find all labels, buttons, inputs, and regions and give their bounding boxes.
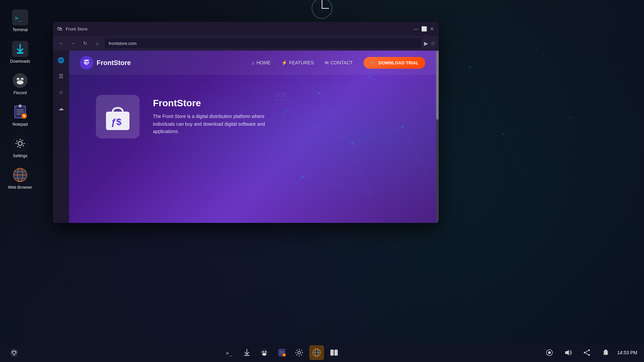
svg-point-85 — [297, 350, 298, 351]
website-brand-name: FrontStore — [97, 59, 131, 67]
window-controls: — ⬜ ✕ — [413, 26, 435, 32]
website-logo: FrontStore — [80, 56, 131, 69]
svg-point-81 — [299, 349, 300, 350]
svg-point-59 — [301, 175, 304, 178]
home-nav-icon: ⌂ — [252, 60, 254, 65]
svg-rect-93 — [330, 350, 334, 356]
sidebar-favorites-icon[interactable]: ☆ — [56, 87, 66, 98]
svg-point-98 — [588, 350, 590, 351]
sidebar-toggle-button[interactable]: ▶ — [424, 40, 428, 47]
browser-sidebar: 🌐 ☰ ☆ ☁ — [53, 51, 69, 223]
browser-titlebar: 🛍 Front Store — ⬜ ✕ — [53, 22, 439, 36]
taskbar-left — [7, 345, 21, 360]
svg-rect-94 — [334, 350, 338, 356]
sidebar-menu-icon[interactable]: ☰ — [56, 71, 66, 81]
taskbar-record-icon[interactable] — [542, 345, 557, 360]
contact-nav-label: CONTACT — [331, 60, 353, 65]
sidebar-globe-icon[interactable]: 🌐 — [56, 55, 66, 65]
taskbar-terminal-button[interactable]: >_ — [222, 345, 237, 360]
taskbar-webbrowser-button[interactable] — [309, 345, 324, 360]
svg-text:✎: ✎ — [283, 354, 285, 356]
svg-point-80 — [298, 351, 301, 354]
svg-line-1 — [470, 50, 537, 67]
close-button[interactable]: ✕ — [429, 26, 435, 32]
sidebar-cloud-icon[interactable]: ☁ — [56, 103, 66, 114]
svg-point-13 — [570, 117, 571, 118]
taskbar-podcast-icon[interactable] — [7, 345, 21, 360]
fiscord-icon — [12, 72, 28, 88]
nav-features-link[interactable]: ⚡ FEATURES — [281, 60, 314, 65]
website-hero: ƒ$ FrontStore The Front Store is a digit… — [69, 75, 436, 159]
hero-title: FrontStore — [153, 98, 287, 109]
address-bar[interactable] — [105, 38, 421, 48]
settings-icon — [12, 135, 28, 152]
svg-rect-67 — [244, 355, 250, 356]
taskbar-time: 14:53 PM — [617, 350, 637, 355]
browser-content-area: 🌐 ☰ ☆ ☁ — [53, 51, 439, 223]
svg-point-83 — [296, 352, 297, 353]
taskbar-volume-icon[interactable] — [561, 345, 576, 360]
desktop-icon-fiscord[interactable]: Fiscord — [5, 70, 35, 98]
svg-point-96 — [548, 351, 551, 354]
nav-home-link[interactable]: ⌂ HOME — [252, 60, 270, 65]
svg-point-11 — [536, 50, 537, 51]
download-trial-label: DOWNLOAD TRIAL — [378, 60, 419, 65]
website-content: FrontStore ⌂ HOME ⚡ FEATURES ✉ — [69, 51, 436, 223]
svg-marker-97 — [565, 350, 569, 355]
terminal-icon: >_ — [12, 9, 28, 25]
browser-navbar: ← → ↻ ⌂ ▶ ☆ — [53, 36, 439, 51]
taskbar-settings-button[interactable] — [292, 345, 307, 360]
svg-point-84 — [302, 352, 303, 353]
taskbar-fiscord-button[interactable] — [257, 345, 272, 360]
svg-line-4 — [503, 117, 570, 134]
downloads-icon — [12, 41, 28, 57]
settings-label: Settings — [13, 154, 27, 158]
svg-rect-29 — [19, 105, 21, 107]
taskbar-share-icon[interactable] — [580, 345, 594, 360]
frontstore-hero-logo: ƒ$ — [103, 100, 133, 133]
svg-text:>_: >_ — [226, 350, 232, 356]
svg-point-26 — [18, 79, 19, 80]
svg-text:ƒ$: ƒ$ — [111, 117, 122, 127]
desktop: >_ Terminal Downloads — [0, 0, 644, 362]
notepad-label: Notepad — [12, 122, 28, 127]
svg-point-71 — [262, 353, 266, 356]
taskbar-right: 14:53 PM — [542, 345, 637, 360]
taskbar-notification-icon[interactable] — [598, 345, 613, 360]
svg-point-72 — [263, 352, 263, 353]
desktop-icon-downloads[interactable]: Downloads — [5, 38, 35, 66]
clock-widget — [302, 0, 342, 21]
download-trial-icon: 🛒 — [370, 60, 376, 65]
svg-point-86 — [301, 355, 302, 356]
svg-line-102 — [586, 353, 588, 355]
taskbar-downloads-button[interactable] — [239, 345, 254, 360]
browser-scrollbar[interactable] — [436, 51, 439, 223]
svg-line-6 — [503, 134, 537, 201]
nav-contact-link[interactable]: ✉ CONTACT — [325, 60, 353, 65]
scrollbar-thumb[interactable] — [436, 51, 439, 120]
home-nav-label: HOME — [257, 60, 271, 65]
desktop-icon-webbrowser[interactable]: Web Browser — [5, 164, 35, 192]
svg-point-35 — [18, 141, 22, 145]
desktop-icon-settings[interactable]: Settings — [5, 133, 35, 161]
website-navbar: FrontStore ⌂ HOME ⚡ FEATURES ✉ — [69, 51, 436, 75]
home-button[interactable]: ⌂ — [93, 39, 102, 48]
forward-button[interactable]: → — [68, 39, 78, 48]
back-button[interactable]: ← — [56, 39, 66, 48]
svg-point-27 — [22, 79, 23, 80]
website-logo-icon — [80, 56, 93, 69]
desktop-icon-terminal[interactable]: >_ Terminal — [5, 7, 35, 35]
svg-point-12 — [502, 133, 504, 135]
maximize-button[interactable]: ⬜ — [421, 26, 427, 32]
browser-tab-icon: 🛍 — [57, 26, 62, 32]
reload-button[interactable]: ↻ — [80, 39, 90, 48]
taskbar-multiview-button[interactable] — [327, 345, 341, 360]
webbrowser-icon — [12, 167, 28, 183]
minimize-button[interactable]: — — [413, 26, 419, 32]
desktop-icon-notepad[interactable]: ✎ Notepad — [5, 101, 35, 129]
svg-line-53 — [269, 177, 303, 210]
taskbar-center: >_ — [23, 345, 541, 360]
bookmark-button[interactable]: ☆ — [431, 40, 435, 47]
download-trial-button[interactable]: 🛒 DOWNLOAD TRIAL — [364, 57, 425, 69]
taskbar-notepad-button[interactable]: ✎ — [274, 345, 289, 360]
